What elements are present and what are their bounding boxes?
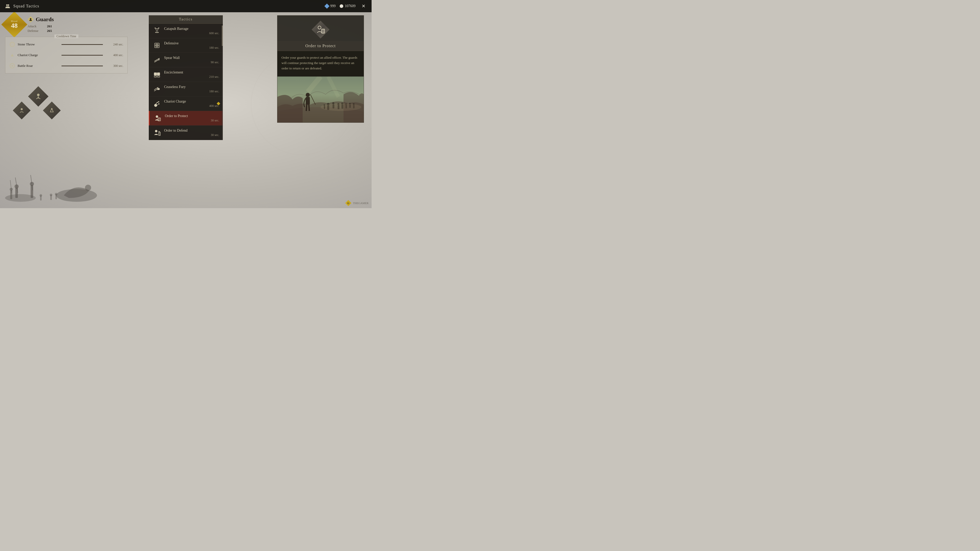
battle-roar-bar xyxy=(62,65,103,66)
svg-line-61 xyxy=(306,105,307,111)
spear-wall-name: Spear Wall xyxy=(164,56,219,60)
detail-desc-area: Order your guards to protect an allied o… xyxy=(277,51,364,76)
svg-point-51 xyxy=(155,130,157,132)
cooldown-label: Cooldown Time xyxy=(54,35,78,38)
tactic-ceaseless-fury[interactable]: Ceaseless Fury 180 sec. xyxy=(149,82,223,97)
svg-rect-38 xyxy=(154,76,157,77)
unit-panel: Hired 48 Guards Attack 261 xyxy=(5,15,127,127)
squad-icon xyxy=(4,3,11,10)
unit-info: Guards Attack 261 Defense 265 xyxy=(27,16,54,33)
tactic-order-to-protect[interactable]: Order to Protect 30 sec. xyxy=(149,111,223,125)
svg-rect-58 xyxy=(306,97,310,105)
chariot-charge-name: Chariot Charge xyxy=(18,53,59,57)
top-bar: Squad Tactics 999 107609 ✕ xyxy=(0,0,372,12)
order-protect-info: Order to Protect 30 sec. xyxy=(165,114,219,122)
ceaseless-fury-icon xyxy=(152,84,162,94)
svg-point-53 xyxy=(318,26,321,29)
gold-icon xyxy=(340,4,343,8)
battle-roar-icon xyxy=(10,63,15,68)
catapult-name: Catapult Barrage xyxy=(164,27,219,31)
battle-roar-time: 300 sec. xyxy=(105,64,123,68)
tactics-header: Tactics xyxy=(149,15,223,24)
chariot-charge-icon xyxy=(10,52,15,58)
unit-type-icon xyxy=(27,16,34,22)
cooldown-section: Cooldown Time Stone Throw 240 sec. Chari… xyxy=(5,37,127,73)
unit-header: Hired 48 Guards Attack 261 xyxy=(5,15,127,34)
detail-big-icon xyxy=(312,21,329,38)
svg-point-27 xyxy=(158,27,159,29)
encirclement-time: 210 sec. xyxy=(164,75,219,79)
gold-value: 107609 xyxy=(345,4,355,8)
scroll-thumb[interactable] xyxy=(222,25,223,46)
hired-number: 48 xyxy=(11,22,18,29)
svg-point-46 xyxy=(155,105,156,106)
tactic-chariot-charge[interactable]: Chariot Charge 400 sec. xyxy=(149,97,223,111)
warriors-silhouette xyxy=(0,157,127,208)
tactic-encirclement[interactable]: Encirclement 210 sec. xyxy=(149,67,223,82)
stone-throw-bar xyxy=(62,44,103,45)
detail-icon-area xyxy=(277,16,364,41)
svg-point-0 xyxy=(6,4,8,6)
order-defend-time: 30 sec. xyxy=(164,133,219,137)
svg-point-2 xyxy=(30,18,32,20)
svg-rect-37 xyxy=(157,73,160,75)
svg-rect-20 xyxy=(50,195,52,200)
hired-badge: Hired 48 xyxy=(1,11,27,38)
ceaseless-fury-info: Ceaseless Fury 180 sec. xyxy=(164,85,219,94)
tactic-spear-wall[interactable]: Spear Wall 90 sec. xyxy=(149,53,223,67)
close-button[interactable]: ✕ xyxy=(360,2,368,10)
order-to-protect-icon xyxy=(153,114,162,123)
defensive-info: Defensive 180 sec. xyxy=(164,41,219,50)
attack-value: 261 xyxy=(47,24,52,28)
svg-point-1 xyxy=(8,4,9,6)
svg-rect-22 xyxy=(56,194,57,199)
order-protect-name: Order to Protect xyxy=(165,114,219,118)
chariot-charge-time: 400 sec. xyxy=(105,53,123,57)
svg-point-26 xyxy=(155,27,156,29)
attack-label: Attack xyxy=(27,24,43,28)
unit-stats: Attack 261 Defense 265 xyxy=(27,24,54,33)
svg-rect-39 xyxy=(157,76,160,77)
tactics-panel: Tactics Catapult Barrage 600 sec. xyxy=(149,15,223,140)
spear-wall-info: Spear Wall 90 sec. xyxy=(164,56,219,64)
ceaseless-fury-time: 180 sec. xyxy=(164,89,219,94)
tactics-scrollbar[interactable] xyxy=(222,25,223,140)
svg-point-4 xyxy=(38,97,39,98)
svg-rect-10 xyxy=(30,185,33,198)
chariot-charge-tactic-name: Chariot Charge xyxy=(164,100,219,103)
detail-title: Order to Protect xyxy=(305,44,336,48)
svg-point-47 xyxy=(158,101,159,102)
right-skill-diamond xyxy=(43,102,61,119)
svg-marker-52 xyxy=(159,132,160,135)
svg-point-79 xyxy=(321,103,361,111)
skill-diamonds-area xyxy=(5,81,127,127)
skill-stone-throw: Stone Throw 240 sec. xyxy=(10,40,123,49)
defensive-name: Defensive xyxy=(164,41,219,45)
svg-rect-12 xyxy=(10,190,12,199)
diamond-icon xyxy=(325,3,329,9)
unit-name: Guards xyxy=(36,16,54,23)
order-protect-time: 30 sec. xyxy=(165,119,219,122)
defensive-time: 180 sec. xyxy=(164,46,219,50)
svg-rect-24 xyxy=(40,195,41,200)
defensive-icon xyxy=(152,41,162,50)
tactic-defensive[interactable]: Defensive 180 sec. xyxy=(149,38,223,53)
center-skill-diamond xyxy=(28,86,48,106)
top-bar-left: Squad Tactics xyxy=(4,3,39,10)
detail-panel: Order to Protect Order your guards to pr… xyxy=(277,15,364,123)
order-to-defend-icon xyxy=(152,128,162,137)
diamond-value: 999 xyxy=(330,4,336,8)
svg-point-15 xyxy=(85,185,91,191)
encirclement-info: Encirclement 210 sec. xyxy=(164,70,219,79)
catapult-time: 600 sec. xyxy=(164,32,219,35)
currency-gold: 107609 xyxy=(340,4,355,8)
tactic-catapult-barrage[interactable]: Catapult Barrage 600 sec. xyxy=(149,24,223,38)
watermark-text: THEGAMER xyxy=(353,202,369,205)
currency-diamonds: 999 xyxy=(325,4,336,8)
top-title: Squad Tactics xyxy=(13,4,39,8)
detail-description: Order your guards to protect an allied o… xyxy=(282,55,360,71)
stone-throw-icon xyxy=(10,41,15,47)
ceaseless-fury-name: Ceaseless Fury xyxy=(164,85,219,89)
tactic-order-to-defend[interactable]: Order to Defend 30 sec. xyxy=(149,125,223,140)
top-bar-right: 999 107609 ✕ xyxy=(325,2,368,10)
